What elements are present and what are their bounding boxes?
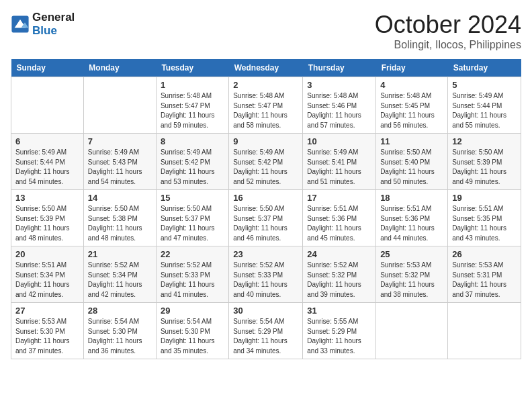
logo: General Blue [11, 11, 75, 38]
calendar-cell: 15Sunrise: 5:50 AM Sunset: 5:37 PM Dayli… [156, 190, 228, 246]
day-info: Sunrise: 5:52 AM Sunset: 5:33 PM Dayligh… [233, 261, 298, 300]
day-info: Sunrise: 5:49 AM Sunset: 5:42 PM Dayligh… [161, 148, 224, 187]
calendar-cell: 4Sunrise: 5:48 AM Sunset: 5:45 PM Daylig… [376, 77, 448, 134]
day-number: 9 [233, 136, 298, 146]
calendar-cell: 14Sunrise: 5:50 AM Sunset: 5:38 PM Dayli… [83, 190, 156, 246]
day-number: 24 [307, 249, 371, 259]
day-number: 4 [380, 80, 443, 90]
day-number: 17 [307, 193, 371, 203]
day-number: 20 [15, 249, 79, 259]
calendar-cell: 19Sunrise: 5:51 AM Sunset: 5:35 PM Dayli… [448, 190, 521, 246]
day-number: 6 [15, 136, 79, 146]
calendar-cell: 31Sunrise: 5:55 AM Sunset: 5:29 PM Dayli… [303, 303, 376, 359]
day-number: 14 [88, 193, 152, 203]
day-info: Sunrise: 5:48 AM Sunset: 5:45 PM Dayligh… [380, 91, 443, 130]
day-number: 28 [88, 306, 152, 316]
day-number: 22 [161, 249, 224, 259]
day-number: 23 [233, 249, 298, 259]
logo-icon [11, 15, 30, 34]
calendar-cell [83, 77, 156, 134]
day-info: Sunrise: 5:48 AM Sunset: 5:46 PM Dayligh… [307, 91, 371, 130]
day-info: Sunrise: 5:49 AM Sunset: 5:43 PM Dayligh… [88, 148, 152, 187]
day-number: 19 [452, 193, 517, 203]
day-info: Sunrise: 5:50 AM Sunset: 5:39 PM Dayligh… [15, 204, 79, 243]
weekday-header-thursday: Thursday [303, 59, 376, 77]
day-number: 29 [161, 306, 224, 316]
calendar-cell: 2Sunrise: 5:48 AM Sunset: 5:47 PM Daylig… [229, 77, 303, 134]
day-info: Sunrise: 5:51 AM Sunset: 5:35 PM Dayligh… [452, 204, 517, 243]
day-info: Sunrise: 5:52 AM Sunset: 5:32 PM Dayligh… [307, 261, 371, 300]
day-info: Sunrise: 5:54 AM Sunset: 5:30 PM Dayligh… [88, 317, 152, 356]
calendar-cell: 21Sunrise: 5:52 AM Sunset: 5:34 PM Dayli… [83, 246, 156, 303]
logo-line1: General [32, 11, 75, 24]
weekday-header-sunday: Sunday [11, 59, 84, 77]
calendar-cell: 13Sunrise: 5:50 AM Sunset: 5:39 PM Dayli… [11, 190, 84, 246]
day-number: 1 [161, 80, 224, 90]
day-number: 10 [307, 136, 371, 146]
day-number: 30 [233, 306, 298, 316]
day-number: 25 [380, 249, 443, 259]
day-info: Sunrise: 5:49 AM Sunset: 5:41 PM Dayligh… [307, 148, 371, 187]
day-info: Sunrise: 5:49 AM Sunset: 5:44 PM Dayligh… [452, 91, 517, 130]
calendar-cell: 12Sunrise: 5:50 AM Sunset: 5:39 PM Dayli… [448, 134, 521, 190]
day-info: Sunrise: 5:53 AM Sunset: 5:32 PM Dayligh… [380, 261, 443, 300]
calendar-cell: 10Sunrise: 5:49 AM Sunset: 5:41 PM Dayli… [303, 134, 376, 190]
calendar-cell: 16Sunrise: 5:50 AM Sunset: 5:37 PM Dayli… [229, 190, 303, 246]
calendar-cell: 29Sunrise: 5:54 AM Sunset: 5:30 PM Dayli… [156, 303, 228, 359]
calendar-cell: 9Sunrise: 5:49 AM Sunset: 5:42 PM Daylig… [229, 134, 303, 190]
day-number: 2 [233, 80, 298, 90]
day-info: Sunrise: 5:54 AM Sunset: 5:30 PM Dayligh… [161, 317, 224, 356]
calendar-cell: 6Sunrise: 5:49 AM Sunset: 5:44 PM Daylig… [11, 134, 84, 190]
calendar-cell: 17Sunrise: 5:51 AM Sunset: 5:36 PM Dayli… [303, 190, 376, 246]
day-number: 27 [15, 306, 79, 316]
calendar-cell: 20Sunrise: 5:51 AM Sunset: 5:34 PM Dayli… [11, 246, 84, 303]
day-number: 7 [88, 136, 152, 146]
weekday-header-wednesday: Wednesday [229, 59, 303, 77]
day-number: 26 [452, 249, 517, 259]
day-info: Sunrise: 5:50 AM Sunset: 5:38 PM Dayligh… [88, 204, 152, 243]
day-number: 13 [15, 193, 79, 203]
day-number: 18 [380, 193, 443, 203]
day-info: Sunrise: 5:48 AM Sunset: 5:47 PM Dayligh… [233, 91, 298, 130]
weekday-header-row: SundayMondayTuesdayWednesdayThursdayFrid… [11, 59, 521, 77]
calendar-cell: 26Sunrise: 5:53 AM Sunset: 5:31 PM Dayli… [448, 246, 521, 303]
calendar-week-4: 27Sunrise: 5:53 AM Sunset: 5:30 PM Dayli… [11, 303, 521, 359]
calendar-cell: 1Sunrise: 5:48 AM Sunset: 5:47 PM Daylig… [156, 77, 228, 134]
day-info: Sunrise: 5:51 AM Sunset: 5:36 PM Dayligh… [307, 204, 371, 243]
calendar-week-1: 6Sunrise: 5:49 AM Sunset: 5:44 PM Daylig… [11, 134, 521, 190]
day-info: Sunrise: 5:50 AM Sunset: 5:37 PM Dayligh… [233, 204, 298, 243]
day-number: 15 [161, 193, 224, 203]
calendar-cell: 24Sunrise: 5:52 AM Sunset: 5:32 PM Dayli… [303, 246, 376, 303]
header: General Blue October 2024 Bolingit, Iloc… [11, 11, 521, 51]
day-number: 12 [452, 136, 517, 146]
calendar-cell: 5Sunrise: 5:49 AM Sunset: 5:44 PM Daylig… [448, 77, 521, 134]
day-info: Sunrise: 5:55 AM Sunset: 5:29 PM Dayligh… [307, 317, 371, 356]
logo-line2: Blue [32, 24, 75, 38]
weekday-header-monday: Monday [83, 59, 156, 77]
day-number: 3 [307, 80, 371, 90]
calendar-cell: 18Sunrise: 5:51 AM Sunset: 5:36 PM Dayli… [376, 190, 448, 246]
weekday-header-friday: Friday [376, 59, 448, 77]
calendar-cell: 28Sunrise: 5:54 AM Sunset: 5:30 PM Dayli… [83, 303, 156, 359]
calendar-cell [11, 77, 84, 134]
calendar-cell: 27Sunrise: 5:53 AM Sunset: 5:30 PM Dayli… [11, 303, 84, 359]
calendar-cell [376, 303, 448, 359]
calendar-cell: 11Sunrise: 5:50 AM Sunset: 5:40 PM Dayli… [376, 134, 448, 190]
calendar-week-0: 1Sunrise: 5:48 AM Sunset: 5:47 PM Daylig… [11, 77, 521, 134]
calendar-cell: 8Sunrise: 5:49 AM Sunset: 5:42 PM Daylig… [156, 134, 228, 190]
calendar-table: SundayMondayTuesdayWednesdayThursdayFrid… [11, 59, 521, 359]
day-info: Sunrise: 5:51 AM Sunset: 5:34 PM Dayligh… [15, 261, 79, 300]
calendar-cell [448, 303, 521, 359]
calendar-cell: 30Sunrise: 5:54 AM Sunset: 5:29 PM Dayli… [229, 303, 303, 359]
day-info: Sunrise: 5:50 AM Sunset: 5:37 PM Dayligh… [161, 204, 224, 243]
calendar-week-2: 13Sunrise: 5:50 AM Sunset: 5:39 PM Dayli… [11, 190, 521, 246]
day-number: 11 [380, 136, 443, 146]
day-number: 5 [452, 80, 517, 90]
calendar-title: October 2024 [375, 11, 521, 39]
day-info: Sunrise: 5:51 AM Sunset: 5:36 PM Dayligh… [380, 204, 443, 243]
day-info: Sunrise: 5:50 AM Sunset: 5:39 PM Dayligh… [452, 148, 517, 187]
day-info: Sunrise: 5:49 AM Sunset: 5:44 PM Dayligh… [15, 148, 79, 187]
calendar-subtitle: Bolingit, Ilocos, Philippines [375, 39, 521, 51]
title-area: October 2024 Bolingit, Ilocos, Philippin… [375, 11, 521, 51]
calendar-cell: 23Sunrise: 5:52 AM Sunset: 5:33 PM Dayli… [229, 246, 303, 303]
